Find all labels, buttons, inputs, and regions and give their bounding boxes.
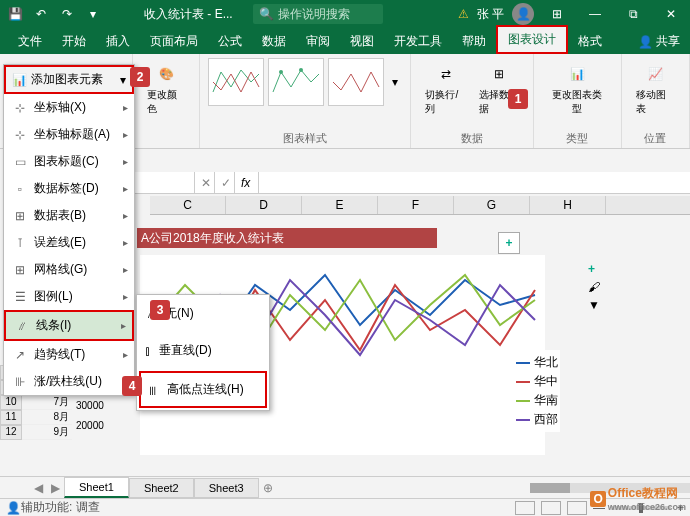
- chart-style-more-icon[interactable]: ▾: [388, 75, 402, 89]
- tab-file[interactable]: 文件: [8, 29, 52, 54]
- col-e[interactable]: E: [302, 196, 378, 214]
- submenu-high-low-lines[interactable]: ⫼高低点连线(H): [139, 371, 267, 408]
- fx-label[interactable]: fx: [235, 172, 259, 193]
- chart-style-2[interactable]: [268, 58, 324, 106]
- menu-legend[interactable]: ☰图例(L)▸: [4, 283, 134, 310]
- row-12[interactable]: 12: [0, 425, 22, 440]
- ribbon-display-icon[interactable]: ⊞: [542, 3, 572, 25]
- col-h[interactable]: H: [530, 196, 606, 214]
- submenu-arrow-icon: ▸: [123, 156, 128, 167]
- hilo-lines-icon: ⫼: [147, 383, 159, 397]
- group-chart-styles: ▾ 图表样式: [200, 54, 411, 148]
- menu-data-labels[interactable]: ▫数据标签(D)▸: [4, 175, 134, 202]
- updown-bars-icon: ⊪: [12, 374, 28, 390]
- sheet-tab-1[interactable]: Sheet1: [64, 477, 129, 498]
- sheet-tab-2[interactable]: Sheet2: [129, 478, 194, 498]
- cell-a11[interactable]: 8月: [22, 410, 72, 425]
- share-button[interactable]: 👤共享: [628, 29, 690, 54]
- tab-format[interactable]: 格式: [568, 29, 612, 54]
- lines-icon: ⫽: [14, 318, 30, 334]
- title-bar: 💾 ↶ ↷ ▾ 收入统计表 - E... 🔍 操作说明搜索 ⚠ 张 平 👤 ⊞ …: [0, 0, 690, 28]
- chart-style-3[interactable]: [328, 58, 384, 106]
- tab-dev[interactable]: 开发工具: [384, 29, 452, 54]
- undo-icon[interactable]: ↶: [30, 3, 52, 25]
- status-mode[interactable]: 辅助功能: 调查: [21, 499, 100, 516]
- column-headers: C D E F G H: [150, 196, 690, 215]
- user-avatar[interactable]: 👤: [512, 3, 534, 25]
- badge-3: 3: [150, 300, 170, 320]
- fx-cancel-icon[interactable]: ✕: [195, 172, 215, 193]
- change-chart-type-button[interactable]: 📊 更改图表类型: [542, 58, 613, 118]
- menu-data-table[interactable]: ⊞数据表(B)▸: [4, 202, 134, 229]
- name-box[interactable]: [135, 172, 195, 193]
- tab-help[interactable]: 帮助: [452, 29, 496, 54]
- tab-data[interactable]: 数据: [252, 29, 296, 54]
- submenu-drop-lines[interactable]: ⫿垂直线(D): [137, 332, 269, 369]
- switch-row-col-button[interactable]: ⇄ 切换行/列: [419, 58, 473, 118]
- tab-chart-design[interactable]: 图表设计: [496, 25, 568, 54]
- move-chart-button[interactable]: 📈 移动图表: [630, 58, 681, 118]
- formula-bar: ✕ ✓ fx: [135, 172, 690, 194]
- cell-a10[interactable]: 7月: [22, 395, 72, 410]
- menu-axis-titles[interactable]: ⊹坐标轴标题(A)▸: [4, 121, 134, 148]
- col-c[interactable]: C: [150, 196, 226, 214]
- menu-axes[interactable]: ⊹坐标轴(X)▸: [4, 94, 134, 121]
- submenu-arrow-icon: ▸: [123, 183, 128, 194]
- tab-view[interactable]: 视图: [340, 29, 384, 54]
- view-normal-icon[interactable]: [515, 501, 535, 515]
- view-break-icon[interactable]: [567, 501, 587, 515]
- menu-error-bars[interactable]: ⊺误差线(E)▸: [4, 229, 134, 256]
- fx-enter-icon[interactable]: ✓: [215, 172, 235, 193]
- tab-formula[interactable]: 公式: [208, 29, 252, 54]
- col-f[interactable]: F: [378, 196, 454, 214]
- submenu-arrow-icon: ▸: [123, 237, 128, 248]
- menu-lines[interactable]: ⫽线条(I)▸: [4, 310, 134, 341]
- restore-icon[interactable]: ⧉: [618, 3, 648, 25]
- submenu-arrow-icon: ▸: [123, 102, 128, 113]
- chart-style-gallery[interactable]: ▾: [208, 58, 402, 106]
- add-chart-element-button[interactable]: 📊 添加图表元素 ▾: [4, 65, 134, 94]
- new-sheet-icon[interactable]: ⊕: [259, 481, 277, 495]
- view-layout-icon[interactable]: [541, 501, 561, 515]
- tab-layout[interactable]: 页面布局: [140, 29, 208, 54]
- chart-legend[interactable]: 华北 华中 华南 西部: [514, 350, 560, 432]
- minimize-icon[interactable]: —: [580, 3, 610, 25]
- chart-plus-button[interactable]: +: [498, 232, 520, 254]
- tab-review[interactable]: 审阅: [296, 29, 340, 54]
- user-name[interactable]: 张 平: [477, 6, 504, 23]
- chart-filter-button[interactable]: ▼: [588, 298, 600, 312]
- data-table-icon: ⊞: [12, 208, 28, 224]
- tell-me-search[interactable]: 🔍 操作说明搜索: [253, 4, 383, 24]
- submenu-arrow-icon: ▸: [123, 291, 128, 302]
- svg-point-1: [299, 68, 303, 72]
- close-icon[interactable]: ✕: [656, 3, 686, 25]
- menu-trendline[interactable]: ↗趋势线(T)▸: [4, 341, 134, 368]
- qat-dropdown-icon[interactable]: ▾: [82, 3, 104, 25]
- submenu-arrow-icon: ▸: [121, 320, 126, 331]
- save-icon[interactable]: 💾: [4, 3, 26, 25]
- col-g[interactable]: G: [454, 196, 530, 214]
- menu-updown-bars[interactable]: ⊪涨/跌柱线(U)▸: [4, 368, 134, 395]
- col-d[interactable]: D: [226, 196, 302, 214]
- redo-icon[interactable]: ↷: [56, 3, 78, 25]
- sheet-nav-prev-icon[interactable]: ◀: [30, 481, 47, 495]
- cell-a12[interactable]: 9月: [22, 425, 72, 440]
- chart-elements-button[interactable]: +: [588, 262, 600, 276]
- accessibility-icon: 👤: [6, 501, 21, 515]
- chart-style-1[interactable]: [208, 58, 264, 106]
- chart-styles-button[interactable]: 🖌: [588, 280, 600, 294]
- sheet-tab-3[interactable]: Sheet3: [194, 478, 259, 498]
- chart-title-cell[interactable]: A公司2018年度收入统计表: [137, 228, 437, 248]
- row-11[interactable]: 11: [0, 410, 22, 425]
- warning-icon[interactable]: ⚠: [458, 7, 469, 21]
- tab-insert[interactable]: 插入: [96, 29, 140, 54]
- row-10[interactable]: 10: [0, 395, 22, 410]
- drop-lines-icon: ⫿: [145, 344, 151, 358]
- sheet-nav-next-icon[interactable]: ▶: [47, 481, 64, 495]
- menu-chart-title[interactable]: ▭图表标题(C)▸: [4, 148, 134, 175]
- tab-home[interactable]: 开始: [52, 29, 96, 54]
- select-data-icon: ⊞: [485, 60, 513, 88]
- select-data-button[interactable]: ⊞ 选择数据: [473, 58, 524, 118]
- svg-point-0: [279, 70, 283, 74]
- menu-gridlines[interactable]: ⊞网格线(G)▸: [4, 256, 134, 283]
